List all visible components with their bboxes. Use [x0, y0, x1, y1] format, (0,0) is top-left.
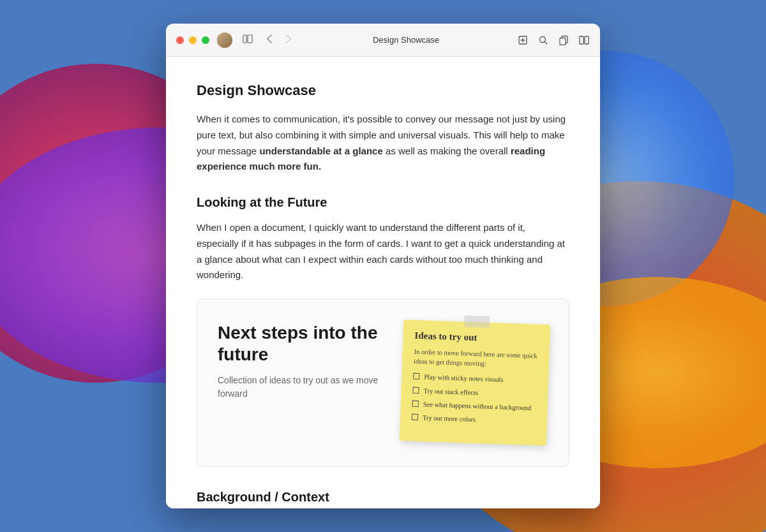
list-item: Play with sticky notes visuals: [413, 373, 537, 386]
list-item: Try out stack effects: [412, 386, 536, 399]
feature-card: Next steps into the future Collection of…: [197, 299, 569, 467]
split-view-icon[interactable]: [578, 34, 590, 46]
checkbox[interactable]: [412, 387, 419, 393]
section1-body: When I open a document, I quickly want t…: [197, 220, 569, 283]
card-subtext: Collection of ideas to try out as we mov…: [218, 374, 381, 401]
sticky-title: Ideas to try out: [414, 330, 538, 346]
close-button[interactable]: [176, 36, 184, 44]
checklist-item-label: Try out more colors: [423, 413, 476, 424]
svg-rect-0: [243, 35, 246, 43]
list-item: Try out more colors: [412, 413, 536, 426]
titlebar: Design Showcase: [166, 24, 600, 57]
checkbox[interactable]: [412, 400, 419, 406]
intro-paragraph: When it comes to communication, it's pos…: [197, 112, 569, 175]
card-text: Next steps into the future Collection of…: [218, 322, 381, 401]
traffic-lights: [176, 36, 209, 44]
copy-icon[interactable]: [558, 34, 569, 46]
list-item: See what happens without a background: [412, 399, 536, 413]
search-icon[interactable]: [537, 34, 549, 46]
card-heading: Next steps into the future: [218, 322, 381, 365]
svg-rect-1: [248, 35, 252, 43]
sticky-checklist: Play with sticky notes visuals Try out s…: [412, 373, 537, 426]
back-button[interactable]: [263, 32, 276, 48]
checklist-item-label: See what happens without a background: [423, 400, 532, 413]
sticky-intro: In order to move forward here are some q…: [414, 348, 538, 371]
checklist-item-label: Play with sticky notes visuals: [424, 373, 504, 385]
checklist-item-label: Try out stack effects: [423, 387, 478, 397]
titlebar-actions: [517, 34, 590, 46]
window-title: Design Showcase: [295, 35, 517, 45]
avatar: [217, 33, 232, 48]
section1-title: Looking at the Future: [197, 195, 569, 210]
svg-rect-7: [585, 36, 589, 44]
new-tab-icon[interactable]: [517, 34, 529, 46]
checkbox[interactable]: [412, 413, 418, 420]
section2-title: Background / Context: [197, 490, 569, 505]
minimize-button[interactable]: [189, 36, 197, 44]
svg-rect-5: [560, 38, 566, 45]
forward-button[interactable]: [282, 32, 295, 48]
app-window: Design Showcase: [166, 24, 600, 508]
page-content: Design Showcase When it comes to communi…: [166, 57, 600, 508]
sticky-note: Ideas to try out In order to move forwar…: [400, 320, 550, 446]
page-title: Design Showcase: [197, 82, 569, 99]
checkbox[interactable]: [413, 373, 419, 380]
svg-rect-6: [580, 36, 583, 44]
sticky-tape: [464, 315, 490, 327]
maximize-button[interactable]: [202, 36, 209, 44]
sidebar-toggle-button[interactable]: [239, 31, 257, 48]
